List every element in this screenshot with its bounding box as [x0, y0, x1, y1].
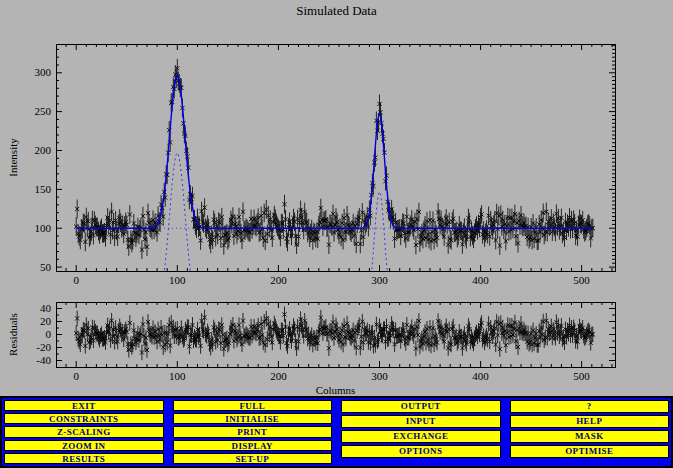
y-tick-label: 150 — [35, 183, 52, 195]
data-points — [74, 59, 595, 306]
residuals-plot: 0100200300400500-40-2002040ResidualsColu… — [7, 302, 616, 396]
button-print[interactable]: PRINT — [173, 426, 333, 437]
x-tick-label: 100 — [169, 370, 186, 382]
y-tick-label: 0 — [46, 328, 52, 340]
x-tick-label: 500 — [573, 370, 590, 382]
y-tick-label: 250 — [35, 105, 52, 117]
fit-total-curve — [76, 75, 593, 228]
x-tick-label: 200 — [270, 274, 287, 286]
x-tick-label: 0 — [73, 370, 79, 382]
x-tick-label: 300 — [371, 274, 388, 286]
x-tick-label: 0 — [73, 274, 79, 286]
button-results[interactable]: RESULTS — [4, 453, 164, 464]
panel-column-4: ?HELPMASKOPTIMISE — [510, 400, 670, 464]
button-display[interactable]: DISPLAY — [173, 440, 333, 451]
y-tick-label: 40 — [40, 302, 52, 314]
y-tick-label: 200 — [35, 144, 52, 156]
x-tick-label: 400 — [472, 370, 489, 382]
button-full[interactable]: FULL — [173, 400, 333, 411]
button-help[interactable]: HELP — [510, 415, 670, 428]
button-input[interactable]: INPUT — [341, 415, 501, 428]
x-axis-label: Columns — [316, 384, 356, 396]
plot-frame — [57, 45, 616, 272]
y-tick-label: -40 — [36, 354, 51, 366]
x-tick-label: 200 — [270, 370, 287, 382]
control-panel: EXITCONSTRAINTSZ-SCALINGZOOM INRESULTSFU… — [0, 396, 673, 468]
x-tick-label: 300 — [371, 370, 388, 382]
x-tick-label: 400 — [472, 274, 489, 286]
button-query[interactable]: ? — [510, 400, 670, 413]
panel-column-3: OUTPUTINPUTEXCHANGEOPTIONS — [341, 400, 501, 464]
x-tick-label: 500 — [573, 274, 590, 286]
button-initialise[interactable]: INITIALISE — [173, 413, 333, 424]
app-window: Simulated Data 0100200300400500501001502… — [0, 0, 673, 468]
button-optimise[interactable]: OPTIMISE — [510, 445, 670, 458]
panel-column-1: EXITCONSTRAINTSZ-SCALINGZOOM INRESULTS — [4, 400, 164, 464]
button-options[interactable]: OPTIONS — [341, 445, 501, 458]
button-output[interactable]: OUTPUT — [341, 400, 501, 413]
button-mask[interactable]: MASK — [510, 430, 670, 443]
data-points — [74, 307, 595, 361]
main-plot: 010020030040050050100150200250300Intensi… — [7, 44, 616, 306]
y-tick-label: 100 — [35, 222, 52, 234]
y-axis-label: Residuals — [7, 313, 19, 356]
button-constraints[interactable]: CONSTRAINTS — [4, 413, 164, 424]
y-tick-label: 300 — [35, 66, 52, 78]
button-zoom-in[interactable]: ZOOM IN — [4, 440, 164, 451]
plots-canvas: 010020030040050050100150200250300Intensi… — [0, 0, 673, 396]
button-set-up[interactable]: SET-UP — [173, 453, 333, 464]
x-tick-label: 100 — [169, 274, 186, 286]
panel-column-2: FULLINITIALISEPRINTDISPLAYSET-UP — [173, 400, 333, 464]
fit-component-curve-2 — [76, 192, 593, 306]
y-axis-label: Intensity — [7, 138, 19, 177]
y-tick-label: -20 — [36, 341, 51, 353]
button-exchange[interactable]: EXCHANGE — [341, 430, 501, 443]
button-z-scaling[interactable]: Z-SCALING — [4, 426, 164, 437]
y-tick-label: 50 — [40, 261, 52, 273]
y-tick-label: 20 — [40, 315, 52, 327]
button-exit[interactable]: EXIT — [4, 400, 164, 411]
